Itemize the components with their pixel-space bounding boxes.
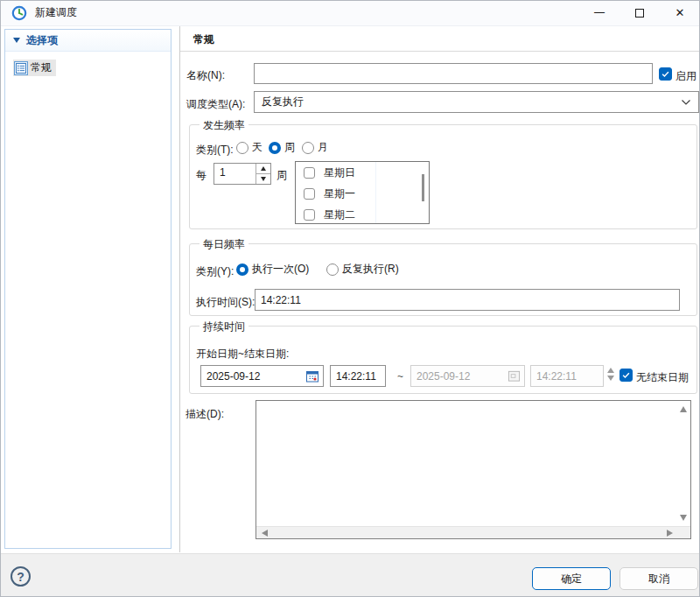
no-end-date-label: 无结束日期 (636, 370, 689, 385)
radio-once-label: 执行一次(O) (252, 262, 309, 277)
scroll-down-icon (680, 515, 687, 521)
date-range-label: 开始日期~结束日期: (196, 347, 289, 362)
radio-day-icon (236, 142, 248, 154)
spinner-buttons[interactable] (256, 164, 270, 184)
every-spinner[interactable]: 1 (214, 163, 271, 185)
maximize-button[interactable] (620, 0, 660, 26)
schedule-type-label: 调度类型(A): (186, 97, 245, 112)
frequency-group-title: 发生频率 (200, 118, 248, 133)
minimize-button[interactable]: — (579, 0, 620, 26)
description-label: 描述(D): (186, 407, 224, 422)
name-input[interactable] (254, 63, 653, 84)
weekday-item-tuesday[interactable]: 星期二 (296, 204, 429, 224)
sidebar: 选择项 常规 (4, 29, 172, 549)
description-value (260, 403, 676, 525)
page-title: 常规 (193, 32, 214, 47)
every-value: 1 (214, 164, 256, 184)
start-time-value: 14:22:11 (336, 370, 376, 383)
description-hscrollbar[interactable] (256, 526, 690, 538)
check-icon (660, 67, 671, 81)
cancel-button[interactable]: 取消 (620, 567, 698, 590)
close-icon: ✕ (676, 7, 685, 18)
radio-option-month[interactable]: 月 (302, 140, 328, 155)
scroll-right-icon (667, 530, 673, 537)
radio-option-day[interactable]: 天 (236, 140, 262, 155)
no-end-date-checkbox[interactable] (620, 369, 633, 382)
spin-up-icon (607, 368, 614, 373)
range-tilde: ~ (397, 370, 403, 383)
duration-group-title: 持续时间 (200, 320, 248, 334)
end-time-value: 14:22:11 (536, 370, 577, 383)
enable-label: 启用 (676, 69, 696, 84)
radio-repeat-icon (326, 263, 339, 276)
monday-label: 星期一 (324, 186, 355, 201)
description-vscrollbar[interactable] (677, 401, 690, 526)
scroll-up-icon (680, 406, 687, 412)
end-time-input: 14:22:11 (530, 365, 604, 387)
check-icon (620, 369, 632, 382)
window-title: 新建调度 (35, 5, 77, 20)
weekday-item-sunday[interactable]: 星期日 (296, 162, 429, 183)
monday-checkbox[interactable] (304, 188, 315, 200)
radio-week-icon (269, 142, 281, 154)
radio-option-repeat[interactable]: 反复执行(R) (326, 262, 399, 277)
help-button[interactable]: ? (10, 566, 31, 586)
sunday-label: 星期日 (324, 165, 355, 180)
tuesday-label: 星期二 (324, 207, 355, 222)
chevron-down-icon (681, 99, 691, 106)
title-divider (180, 51, 700, 52)
frequency-category-label: 类别(T): (196, 143, 234, 158)
end-date-value: 2025-09-12 (416, 370, 508, 383)
maximize-icon (635, 9, 644, 18)
start-time-input[interactable]: 14:22:11 (330, 365, 386, 387)
every-label: 每 (196, 168, 206, 183)
calendar-icon (305, 369, 319, 383)
daily-group-title: 每日频率 (200, 237, 248, 252)
weekday-item-monday[interactable]: 星期一 (296, 183, 429, 204)
list-column-divider (375, 162, 376, 223)
minimize-icon: — (594, 7, 605, 18)
daily-category-label: 类别(Y): (196, 264, 234, 279)
exec-time-input[interactable] (255, 289, 680, 311)
radio-day-label: 天 (252, 140, 262, 155)
clock-icon (11, 5, 27, 21)
list-icon (14, 61, 28, 75)
radio-option-week[interactable]: 周 (269, 140, 295, 155)
name-label: 名称(N): (186, 68, 225, 83)
spin-up-icon (261, 166, 266, 171)
ok-button-label: 确定 (561, 572, 582, 586)
calendar-icon-disabled (508, 369, 521, 383)
end-time-spinner (607, 368, 614, 381)
sidebar-item-label: 常规 (31, 60, 52, 75)
titlebar: 新建调度 — ✕ (0, 0, 700, 26)
radio-once-icon (236, 263, 248, 276)
daily-group: 每日频率 类别(Y): 执行一次(O) 反复执行(R) 执行时间(S): (189, 243, 697, 316)
schedule-type-select[interactable]: 反复执行 (254, 91, 699, 113)
enable-checkbox[interactable] (659, 67, 672, 81)
sidebar-item-general[interactable]: 常规 (13, 60, 56, 76)
start-date-value: 2025-09-12 (206, 370, 305, 383)
radio-month-label: 月 (318, 140, 328, 155)
cancel-button-label: 取消 (648, 572, 669, 586)
sidebar-section-header[interactable]: 选择项 (5, 30, 171, 52)
duration-group: 持续时间 开始日期~结束日期: 2025-09-12 14:22:11 ~ 20… (189, 326, 697, 394)
sidebar-header-label: 选择项 (26, 33, 58, 48)
help-icon: ? (17, 570, 24, 584)
start-date-picker[interactable]: 2025-09-12 (200, 365, 324, 387)
panel-divider (179, 26, 180, 552)
sunday-checkbox[interactable] (304, 167, 315, 179)
frequency-group: 发生频率 类别(T): 天 周 月 每 1 周 星期日 星期一 星期二 (189, 124, 697, 229)
description-textarea[interactable] (256, 400, 691, 539)
scrollbar-thumb[interactable] (422, 174, 424, 201)
schedule-type-value: 反复执行 (262, 95, 304, 109)
weekday-scrollbar[interactable] (416, 162, 429, 223)
tuesday-checkbox[interactable] (304, 209, 315, 221)
collapse-triangle-icon (13, 38, 20, 43)
ok-button[interactable]: 确定 (532, 567, 611, 590)
every-unit-label: 周 (276, 168, 287, 183)
radio-month-icon (302, 142, 314, 154)
close-button[interactable]: ✕ (660, 0, 700, 26)
end-date-picker: 2025-09-12 (410, 365, 525, 387)
radio-option-once[interactable]: 执行一次(O) (236, 262, 309, 277)
scroll-left-icon (262, 530, 268, 537)
